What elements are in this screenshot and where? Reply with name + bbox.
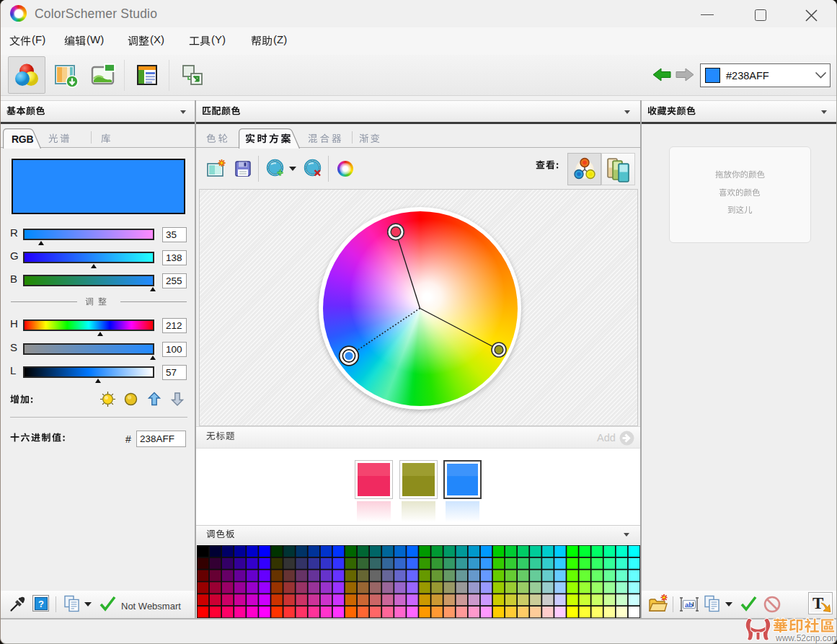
svg-text:ab: ab: [685, 601, 693, 609]
